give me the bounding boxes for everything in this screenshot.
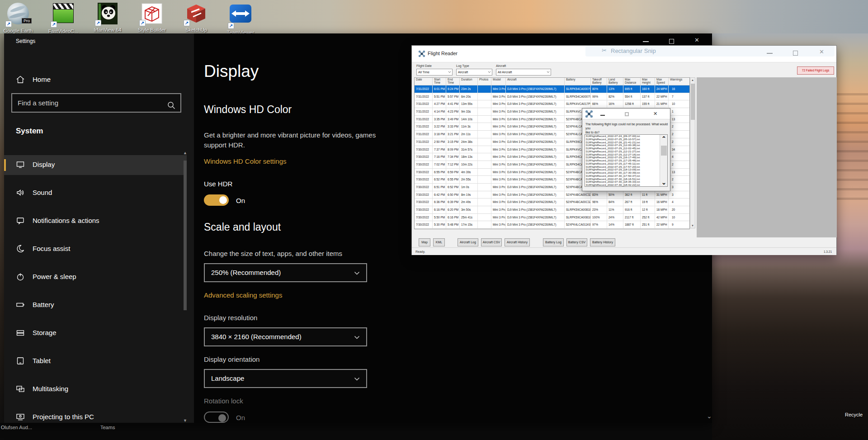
- table-row[interactable]: 7/30/20226:36 PM6:39 PM2m 49sMini 3 ProD…: [415, 199, 689, 206]
- map-button[interactable]: Map: [419, 238, 430, 246]
- filter-dropdown-aircraft[interactable]: All Aircraft: [496, 69, 551, 76]
- resolution-dropdown[interactable]: 3840 × 2160 (Recommended): [204, 327, 367, 346]
- table-cell: [478, 108, 491, 115]
- table-row[interactable]: 7/31/20225:51 PM5:57 PM6m 20sMini 3 ProD…: [415, 93, 689, 101]
- table-row[interactable]: 7/31/20224:27 PM4:41 PM13m 55sMini 3 Pro…: [415, 100, 689, 108]
- column-header[interactable]: Warnings: [669, 78, 690, 85]
- search-icon[interactable]: [167, 99, 176, 116]
- battery-history-button[interactable]: Battery History: [590, 238, 615, 246]
- scrollbar-thumb[interactable]: [691, 84, 695, 120]
- scroll-up-icon[interactable]: ⌃: [660, 135, 668, 142]
- column-header[interactable]: Duration: [460, 78, 478, 85]
- listbox-scrollbar[interactable]: ⌃ ⌄: [660, 135, 667, 186]
- column-header[interactable]: Land Battery: [607, 78, 623, 85]
- orientation-dropdown[interactable]: Landscape: [204, 369, 367, 388]
- battery-csv-button[interactable]: Battery CSV: [566, 238, 587, 246]
- table-row[interactable]: 7/31/20226:01 PM6:24 PM23m 2sMini 3 ProD…: [415, 85, 689, 93]
- scroll-down-icon[interactable]: ▼: [690, 224, 695, 227]
- sidebar-item-display[interactable]: Display: [4, 155, 187, 175]
- table-cell: Mini 3 Pro: [491, 138, 506, 146]
- sidebar-item-focus-assist[interactable]: Focus assist: [4, 239, 187, 259]
- table-cell: 16: [669, 85, 690, 93]
- aircraft-log-button[interactable]: Aircraft Log: [458, 238, 478, 246]
- content-scroll-down-icon[interactable]: ⌄: [707, 412, 712, 420]
- desktop-icon-sketchup[interactable]: ↗SketchUp: [175, 2, 217, 33]
- scroll-down-icon[interactable]: ▼: [183, 419, 187, 423]
- page-title: Display: [204, 62, 259, 81]
- table-row[interactable]: 7/30/20226:16 PM6:20 PM3m 50sMini 3 ProD…: [415, 206, 689, 214]
- settings-minimize-button[interactable]: [643, 41, 649, 42]
- column-header[interactable]: Max Distance: [623, 78, 641, 85]
- desktop-icon-style-builder[interactable]: ↗Style Builder: [131, 2, 173, 33]
- search-input[interactable]: Find a setting: [11, 93, 181, 113]
- recycle-bin-label[interactable]: Recycle: [845, 412, 863, 417]
- sidebar-item-storage[interactable]: Storage: [4, 323, 187, 343]
- scroll-down-icon[interactable]: ⌄: [660, 179, 668, 186]
- column-header[interactable]: Aircraft: [506, 78, 565, 85]
- table-cell: [478, 153, 491, 161]
- table-row[interactable]: 7/30/20225:50 PM6:16 PM25m 41sMini 3 Pro…: [415, 214, 689, 222]
- use-hdr-toggle[interactable]: [204, 194, 229, 206]
- column-header[interactable]: Max Speed: [655, 78, 669, 85]
- column-header[interactable]: Photos: [478, 78, 491, 85]
- failed-log-file[interactable]: DJIFlightRecord_2022-07-30_[18-42-22].tx…: [585, 184, 667, 187]
- home-icon: [16, 75, 25, 84]
- dialog-titlebar[interactable]: ✕: [582, 109, 670, 119]
- battery-log-button[interactable]: Battery Log: [543, 238, 564, 246]
- table-row[interactable]: 7/30/20225:30 PM5:48 PM17m 15sMini 3 Pro…: [415, 221, 689, 229]
- column-header[interactable]: Battery: [565, 78, 591, 85]
- table-cell: 84%: [607, 199, 623, 206]
- rotation-lock-label: Rotation lock: [204, 397, 243, 405]
- column-header[interactable]: Max Height: [641, 78, 655, 85]
- scale-dropdown[interactable]: 250% (Recommended): [204, 263, 367, 282]
- table-cell: 7:34 PM: [446, 153, 460, 161]
- failed-files-listbox[interactable]: DJIFlightRecord_2022-07-24_[09-37-00].tx…: [585, 134, 668, 187]
- desktop-icon-teamviewer[interactable]: ↗TeamViewer: [220, 2, 261, 35]
- column-header[interactable]: Takeoff Battery: [591, 78, 607, 85]
- column-header[interactable]: End Time: [446, 78, 460, 85]
- sidebar-scrollbar[interactable]: ▲ ▼: [183, 151, 187, 423]
- dialog-close-button[interactable]: ✕: [653, 111, 657, 117]
- filter-dropdown-log-type[interactable]: Aircraft: [456, 69, 492, 76]
- scroll-up-icon[interactable]: ▲: [183, 151, 187, 155]
- desktop-icon-irfanview[interactable]: ↗IrfanView 64: [87, 2, 128, 33]
- kml-button[interactable]: KML: [433, 238, 445, 246]
- table-cell: Mini 3 Pro: [491, 221, 506, 228]
- settings-close-button[interactable]: ✕: [694, 37, 699, 43]
- sidebar-item-battery[interactable]: Battery: [4, 295, 187, 315]
- scrollbar-thumb[interactable]: [184, 161, 187, 310]
- desktop-icon-fastvideo[interactable]: ↗FastVideoC...: [42, 2, 84, 34]
- table-cell: 5:51 PM: [433, 93, 446, 100]
- table-scrollbar[interactable]: ▲ ▼: [690, 77, 695, 228]
- table-cell: [478, 116, 491, 123]
- aircraft-history-button[interactable]: Aircraft History: [505, 238, 530, 246]
- table-cell: DJI Mini 3 Pro (1581F4XFA2269ML7): [506, 161, 565, 168]
- dialog-minimize-button[interactable]: [600, 115, 605, 116]
- taskbar-item[interactable]: Olufsen Aud...: [1, 425, 32, 430]
- sidebar-item-notifications-actions[interactable]: Notifications & actions: [4, 211, 187, 231]
- table-cell: 7/30/2022: [415, 199, 433, 206]
- column-header[interactable]: Model: [491, 78, 506, 85]
- sidebar-item-home[interactable]: Home: [4, 70, 187, 90]
- filter-dropdown-flight-date[interactable]: All Time: [416, 69, 453, 76]
- hd-color-settings-link[interactable]: Windows HD Color settings: [204, 157, 287, 165]
- scroll-up-icon[interactable]: ▲: [690, 79, 695, 81]
- desktop-icon-google-earth[interactable]: Pro↗Google Earth: [0, 2, 39, 33]
- column-header[interactable]: Start Time: [433, 78, 446, 85]
- aircraft-csv-button[interactable]: Aircraft CSV: [481, 238, 502, 246]
- sidebar-item-sound[interactable]: Sound: [4, 183, 187, 203]
- failed-flight-logs-button[interactable]: 72 Failed Flight Logs: [797, 66, 834, 75]
- table-row[interactable]: 7/30/20226:42 PM6:50 PM8m 19sMini 3 ProD…: [415, 191, 689, 199]
- sidebar-item-power-sleep[interactable]: Power & sleep: [4, 267, 187, 287]
- sidebar-item-projecting-to-this-pc[interactable]: Projecting to this PC: [4, 407, 187, 423]
- table-cell: SLRPK59CA0081E: [565, 214, 591, 221]
- table-cell: 13: [669, 116, 690, 123]
- table-cell: 7/30/2022: [415, 146, 433, 153]
- sidebar-item-multitasking[interactable]: Multitasking: [4, 379, 187, 399]
- sidebar-item-tablet[interactable]: Tablet: [4, 351, 187, 371]
- scrollbar-thumb[interactable]: [661, 146, 667, 156]
- column-header[interactable]: Date: [415, 78, 433, 85]
- settings-maximize-button[interactable]: [669, 39, 674, 44]
- taskbar-item[interactable]: Teams: [100, 425, 115, 430]
- advanced-scaling-link[interactable]: Advanced scaling settings: [204, 291, 282, 299]
